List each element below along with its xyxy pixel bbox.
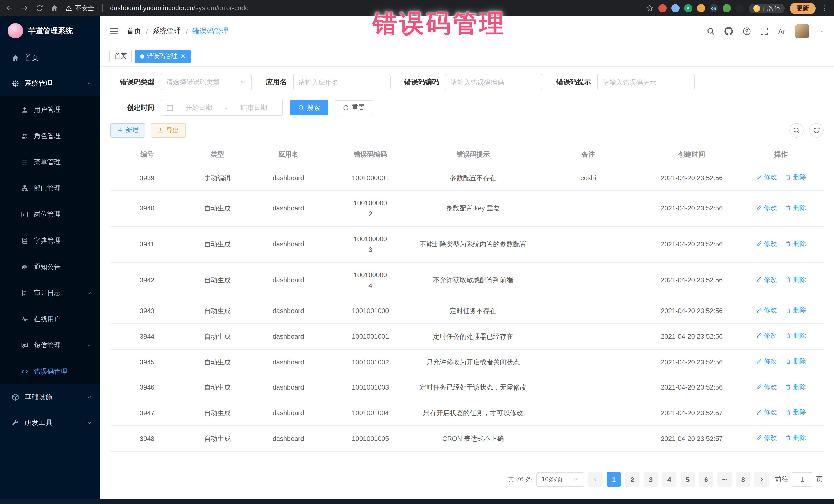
sidebar-item-book[interactable]: 字典管理: [0, 227, 100, 254]
goto-page-input[interactable]: [792, 472, 812, 486]
sidebar-item-wrench[interactable]: 研发工具: [0, 410, 100, 436]
delete-button[interactable]: 删除: [785, 433, 806, 443]
breadcrumb-item[interactable]: 首页: [127, 26, 141, 36]
sidebar-item-org-tree[interactable]: 部门管理: [0, 175, 100, 201]
page-size-select[interactable]: 10条/页: [536, 472, 584, 486]
search-icon[interactable]: [707, 27, 715, 35]
breadcrumb-item[interactable]: 系统管理: [152, 26, 181, 36]
github-icon[interactable]: [724, 26, 733, 36]
paused-badge[interactable]: 已暂停: [749, 3, 785, 13]
extension-leaf-icon[interactable]: [722, 4, 730, 12]
sidebar-item-users[interactable]: 角色管理: [0, 123, 100, 149]
browser-reload-icon[interactable]: [36, 5, 43, 12]
sidebar-item-pulse[interactable]: 在线用户: [0, 306, 100, 332]
refresh-table-button[interactable]: [809, 123, 824, 137]
sidebar-item-home[interactable]: 首页: [0, 45, 100, 71]
sidebar-item-message[interactable]: 短信管理: [0, 332, 100, 358]
close-icon[interactable]: [180, 53, 186, 59]
content: 错误码类型 请选择错误码类型 应用名 错误码编码: [100, 67, 834, 499]
delete-button[interactable]: 删除: [785, 172, 806, 182]
edit-button[interactable]: 修改: [756, 305, 777, 316]
avatar-caret-icon[interactable]: [819, 28, 825, 34]
page-button-1[interactable]: 1: [607, 472, 621, 486]
page-button-6[interactable]: 6: [699, 472, 714, 486]
fullscreen-icon[interactable]: [760, 27, 768, 35]
divider: [102, 4, 103, 12]
page-button-5[interactable]: 5: [681, 472, 695, 486]
column-header: 备注: [531, 144, 645, 165]
search-button[interactable]: 搜索: [290, 100, 328, 115]
create-time-range-picker[interactable]: 开始日期 - 结束日期: [161, 100, 283, 116]
extension-dark-on-icon[interactable]: on: [709, 4, 718, 12]
table-row: 3939手动编辑dashboard1001000001参数配置不存在ceshi2…: [110, 165, 824, 191]
prev-page-button[interactable]: [588, 472, 602, 486]
extension-blue-icon[interactable]: [671, 4, 679, 12]
edit-button[interactable]: 修改: [756, 381, 777, 392]
delete-button[interactable]: 删除: [785, 330, 806, 341]
delete-button[interactable]: 删除: [785, 238, 806, 249]
calendar-icon: [166, 104, 174, 111]
delete-button[interactable]: 删除: [785, 274, 806, 285]
edit-button[interactable]: 修改: [756, 172, 777, 182]
next-page-button[interactable]: [754, 472, 769, 486]
sidebar-item-megaphone[interactable]: 通知公告: [0, 254, 100, 280]
page-ellipsis[interactable]: •••: [718, 472, 732, 486]
delete-button[interactable]: 删除: [785, 407, 806, 418]
cell-msg: 不允许获取敏感配置到前端: [415, 262, 531, 298]
page-button-3[interactable]: 3: [643, 472, 658, 486]
toggle-search-button[interactable]: [789, 123, 804, 137]
sidebar-item-code[interactable]: 错误码管理: [0, 358, 100, 385]
browser-back-icon[interactable]: [6, 5, 13, 12]
cell-type: 自动生成: [184, 375, 251, 400]
delete-button[interactable]: 删除: [785, 356, 806, 367]
error-type-select[interactable]: 请选择错误码类型: [161, 74, 252, 90]
cell-id: 3940: [110, 191, 184, 226]
cell-code: 100100000 2: [326, 191, 415, 226]
page-button-8[interactable]: 8: [736, 472, 750, 486]
screenshot-root: 不安全 dashboard.yudao.iocoder.cn/system/er…: [0, 0, 834, 504]
edit-button[interactable]: 修改: [756, 433, 777, 443]
user-avatar[interactable]: [795, 24, 809, 38]
delete-button[interactable]: 删除: [785, 381, 806, 392]
page-button-2[interactable]: 2: [625, 472, 639, 486]
error-code-input[interactable]: [445, 74, 543, 90]
edit-button[interactable]: 修改: [756, 238, 777, 249]
tab-active[interactable]: 错误码管理: [135, 49, 191, 63]
sidebar-item-gear[interactable]: 系统管理: [0, 71, 100, 96]
tab-item[interactable]: 首页: [109, 49, 132, 63]
extension-red-icon[interactable]: [658, 4, 666, 12]
help-icon[interactable]: [743, 27, 751, 35]
sidebar-collapse-icon[interactable]: [109, 26, 118, 36]
extension-green-v-icon[interactable]: V: [684, 4, 692, 12]
browser-forward-icon[interactable]: [21, 5, 28, 12]
delete-button[interactable]: 删除: [785, 203, 806, 213]
sidebar-item-cube[interactable]: 基础设施: [0, 385, 100, 410]
font-size-icon[interactable]: [777, 27, 786, 35]
sidebar-item-id-badge[interactable]: 岗位管理: [0, 201, 100, 227]
cell-app: dashboard: [251, 226, 326, 262]
table-row: 3940自动生成dashboard100100000 2参数配置 key 重复2…: [110, 191, 824, 226]
app-name-input[interactable]: [293, 74, 390, 90]
extension-pinwheel-icon[interactable]: [735, 4, 743, 12]
app-logo[interactable]: 芋道管理系统: [0, 17, 100, 45]
sidebar-item-menu-list[interactable]: 菜单管理: [0, 149, 100, 175]
sidebar-item-user[interactable]: 用户管理: [0, 96, 100, 123]
edit-button[interactable]: 修改: [756, 330, 777, 341]
reset-button[interactable]: 重置: [335, 100, 373, 115]
browser-home-icon[interactable]: [51, 5, 58, 12]
bookmark-star-icon[interactable]: [646, 5, 653, 12]
edit-button[interactable]: 修改: [756, 274, 777, 285]
delete-button[interactable]: 删除: [785, 305, 806, 316]
export-button[interactable]: 导出: [151, 123, 186, 137]
error-msg-input[interactable]: [597, 74, 695, 90]
sidebar-item-document[interactable]: 审计日志: [0, 280, 100, 306]
browser-menu-icon[interactable]: [821, 5, 828, 12]
update-button[interactable]: 更新: [790, 2, 815, 14]
security-chip[interactable]: 不安全: [66, 4, 94, 13]
extension-palette-icon[interactable]: [697, 4, 705, 12]
page-button-4[interactable]: 4: [662, 472, 676, 486]
edit-button[interactable]: 修改: [756, 356, 777, 367]
add-button[interactable]: 新增: [110, 123, 145, 137]
edit-button[interactable]: 修改: [756, 407, 777, 418]
edit-button[interactable]: 修改: [756, 203, 777, 213]
